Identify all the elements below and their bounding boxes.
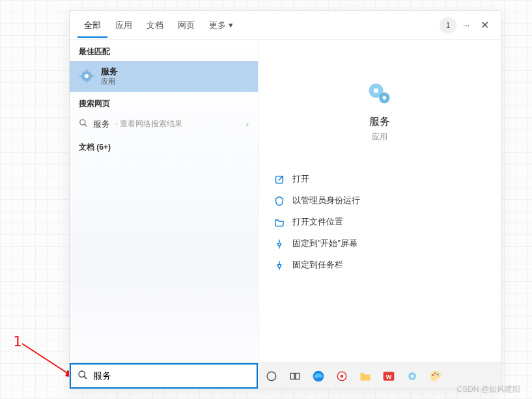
svg-rect-20 — [290, 373, 294, 379]
shield-icon — [274, 196, 285, 206]
svg-rect-7 — [86, 81, 87, 83]
actions-list: 打开 以管理员身份运行 打开文件位置 固定到"开始"屏幕 固定到任务栏 — [259, 169, 501, 276]
search-input[interactable] — [93, 371, 250, 381]
docs-section-label: 文档 (6+) — [70, 135, 258, 157]
cortana-icon[interactable] — [264, 369, 279, 383]
search-icon — [77, 370, 88, 383]
search-panel: 全部 应用 文档 网页 更多 ▾ 1 ··· ✕ 最佳匹配 服务 应用 搜索网页 — [69, 10, 501, 389]
app-subtitle: 应用 — [372, 131, 387, 143]
svg-point-30 — [434, 372, 436, 374]
open-icon — [274, 174, 285, 185]
content: 最佳匹配 服务 应用 搜索网页 服务 - 查看网络搜索结果 › 文档 (6+) — [70, 40, 501, 363]
tab-all[interactable]: 全部 — [77, 13, 107, 38]
action-label: 以管理员身份运行 — [292, 195, 360, 206]
svg-point-29 — [432, 374, 434, 376]
action-label: 固定到"开始"屏幕 — [292, 238, 357, 249]
svg-point-24 — [341, 374, 344, 378]
app-title: 服务 — [369, 115, 390, 129]
close-button[interactable]: ✕ — [476, 17, 493, 34]
footer: W — [70, 363, 501, 389]
svg-point-31 — [437, 374, 439, 376]
wps-icon[interactable]: W — [382, 369, 396, 383]
best-match-title: 服务 — [101, 66, 118, 77]
svg-rect-8 — [79, 76, 82, 77]
svg-line-0 — [22, 344, 74, 378]
paint-icon[interactable] — [428, 369, 443, 383]
search-icon — [79, 118, 88, 130]
search-box[interactable] — [70, 363, 258, 389]
action-open-location[interactable]: 打开文件位置 — [272, 212, 488, 233]
task-view-icon[interactable] — [288, 369, 302, 383]
header-more[interactable]: ··· — [458, 17, 475, 34]
svg-text:W: W — [386, 374, 392, 380]
folder-icon[interactable] — [358, 369, 372, 383]
edge-icon[interactable] — [311, 369, 326, 383]
svg-rect-6 — [86, 69, 87, 72]
action-open[interactable]: 打开 — [272, 169, 488, 190]
best-match-label: 最佳匹配 — [70, 40, 258, 61]
tab-web[interactable]: 网页 — [171, 13, 201, 38]
gear-icon — [79, 68, 94, 84]
svg-point-13 — [374, 89, 378, 93]
header-badge[interactable]: 1 — [440, 17, 456, 34]
web-search-item[interactable]: 服务 - 查看网络搜索结果 › — [70, 113, 258, 135]
folder-icon — [274, 217, 285, 228]
pin-icon — [274, 260, 285, 271]
action-label: 打开文件位置 — [292, 217, 343, 228]
chevron-right-icon: › — [246, 119, 249, 129]
svg-point-5 — [85, 74, 89, 78]
web-hint: - 查看网络搜索结果 — [115, 118, 182, 130]
watermark: CSDN @如风暖阳 — [456, 384, 520, 395]
action-run-admin[interactable]: 以管理员身份运行 — [272, 190, 488, 212]
header: 全部 应用 文档 网页 更多 ▾ 1 ··· ✕ — [70, 11, 501, 40]
tab-apps[interactable]: 应用 — [109, 13, 139, 38]
pin-icon — [274, 239, 285, 249]
svg-line-18 — [84, 376, 87, 379]
action-label: 打开 — [292, 174, 309, 185]
action-label: 固定到任务栏 — [292, 260, 343, 271]
left-column: 最佳匹配 服务 应用 搜索网页 服务 - 查看网络搜索结果 › 文档 (6+) — [70, 40, 259, 363]
web-query: 服务 — [93, 118, 110, 130]
web-section-label: 搜索网页 — [70, 92, 258, 113]
tab-docs[interactable]: 文档 — [140, 13, 170, 38]
svg-line-11 — [85, 124, 87, 127]
right-column: 服务 应用 打开 以管理员身份运行 打开文件位置 固定到"开始"屏幕 — [259, 40, 501, 363]
svg-rect-9 — [91, 76, 94, 77]
svg-rect-21 — [296, 373, 300, 379]
tab-more[interactable]: 更多 ▾ — [203, 13, 240, 38]
action-pin-start[interactable]: 固定到"开始"屏幕 — [272, 233, 488, 255]
app1-icon[interactable] — [335, 369, 349, 383]
svg-point-15 — [383, 96, 387, 100]
action-pin-taskbar[interactable]: 固定到任务栏 — [272, 255, 488, 276]
svg-point-10 — [80, 120, 85, 125]
best-match-item[interactable]: 服务 应用 — [70, 61, 258, 92]
svg-point-19 — [267, 372, 276, 381]
best-match-subtitle: 应用 — [101, 77, 118, 87]
app-large-icon — [365, 79, 394, 107]
svg-point-17 — [79, 371, 85, 377]
app2-icon[interactable] — [405, 369, 419, 383]
svg-point-28 — [411, 374, 414, 378]
